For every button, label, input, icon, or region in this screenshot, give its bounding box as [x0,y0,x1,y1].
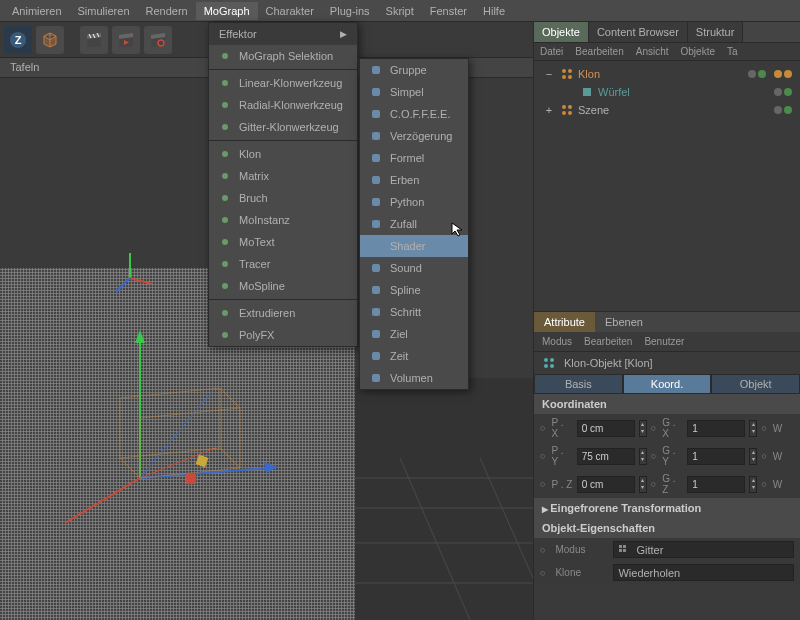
clapper-play-icon[interactable] [112,26,140,54]
submenu-item-simpel[interactable]: Simpel [360,81,468,103]
spinner[interactable]: ▴▾ [639,476,647,493]
menu-item-mospline[interactable]: MoSpline [209,275,357,297]
menu-item-mograph-selektion[interactable]: MoGraph Selektion [209,45,357,67]
submenu-item-formel[interactable]: Formel [360,147,468,169]
subtab-objekt[interactable]: Objekt [711,374,800,394]
svg-point-37 [222,124,228,130]
svg-point-40 [222,195,228,201]
menubar-item-hilfe[interactable]: Hilfe [475,2,513,20]
svg-rect-76 [623,545,626,548]
svg-rect-52 [372,176,380,184]
spinner[interactable]: ▴▾ [639,420,647,437]
submenu-item-gruppe[interactable]: Gruppe [360,59,468,81]
menu-item-extrudieren[interactable]: Extrudieren [209,302,357,324]
effector-icon [368,128,384,144]
svg-point-34 [222,53,228,59]
menubar-item-simulieren[interactable]: Simulieren [70,2,138,20]
submenu-item-spline[interactable]: Spline [360,279,468,301]
p-x-input[interactable] [577,420,635,437]
object-icon [560,103,574,117]
g-x-label: G . X [662,417,683,439]
toolbar-ansicht[interactable]: Ansicht [636,46,669,57]
spinner[interactable]: ▴▾ [749,420,757,437]
submenu-item-python[interactable]: Python [360,191,468,213]
attr-toolbar-modus[interactable]: Modus [542,336,572,347]
svg-rect-54 [372,220,380,228]
clapper-icon[interactable] [80,26,108,54]
spinner[interactable]: ▴▾ [639,448,647,465]
panel-tab-content-browser[interactable]: Content Browser [589,22,688,42]
submenu-item-zufall[interactable]: Zufall [360,213,468,235]
g-z-input[interactable] [687,476,745,493]
toolbar-datei[interactable]: Datei [540,46,563,57]
menu-item-matrix[interactable]: Matrix [209,165,357,187]
menu-item-klon[interactable]: Klon [209,143,357,165]
submenu-item-sound[interactable]: Sound [360,257,468,279]
menubar-item-rendern[interactable]: Rendern [138,2,196,20]
menu-item-radial-klonwerkzeug[interactable]: Radial-Klonwerkzeug [209,94,357,116]
tree-row-würfel[interactable]: Würfel [538,83,796,101]
attr-tab-attribute[interactable]: Attribute [534,312,595,332]
menubar-item-fenster[interactable]: Fenster [422,2,475,20]
spinner[interactable]: ▴▾ [749,448,757,465]
g-y-input[interactable] [687,448,745,465]
clapper-gear-icon[interactable] [144,26,172,54]
menubar-item-plug-ins[interactable]: Plug-ins [322,2,378,20]
svg-text:Z: Z [15,34,22,46]
g-x-input[interactable] [687,420,745,437]
svg-rect-48 [372,88,380,96]
menu-item-tracer[interactable]: Tracer [209,253,357,275]
g-z-label: G . Z [662,473,683,495]
menu-item-moinstanz[interactable]: MoInstanz [209,209,357,231]
submenu-item-erben[interactable]: Erben [360,169,468,191]
g-y-label: G . Y [662,445,683,467]
submenu-item-volumen[interactable]: Volumen [360,367,468,389]
expand-icon[interactable]: − [542,67,556,81]
object-tree[interactable]: −KlonWürfel+Szene [534,61,800,311]
menu-item-gitter-klonwerkzeug[interactable]: Gitter-Klonwerkzeug [209,116,357,138]
p-y-label: P . Y [551,445,572,467]
effektor-header[interactable]: Effektor ▶ [209,23,357,45]
menu-item-bruch[interactable]: Bruch [209,187,357,209]
toolbar-bearbeiten[interactable]: Bearbeiten [575,46,623,57]
cube-icon[interactable] [36,26,64,54]
modus-select[interactable]: Gitter [613,541,794,558]
p-y-input[interactable] [577,448,635,465]
submenu-item-ziel[interactable]: Ziel [360,323,468,345]
subtab-koord[interactable]: Koord. [623,374,712,394]
frozen-transform-header[interactable]: Eingefrorene Transformation [534,498,800,518]
klone-select[interactable]: Wiederholen [613,564,794,581]
toolbar-objekte[interactable]: Objekte [681,46,715,57]
menu-item-linear-klonwerkzeug[interactable]: Linear-Klonwerkzeug [209,72,357,94]
attr-tab-ebenen[interactable]: Ebenen [595,312,653,332]
expand-icon[interactable] [562,85,576,99]
menubar-item-animieren[interactable]: Animieren [4,2,70,20]
attr-toolbar-bearbeiten[interactable]: Bearbeiten [584,336,632,347]
submenu-item-shader[interactable]: Shader [360,235,468,257]
menubar-item-mograph[interactable]: MoGraph [196,2,258,20]
submenu-item-verzögerung[interactable]: Verzögerung [360,125,468,147]
toolbar-ta[interactable]: Ta [727,46,738,57]
svg-rect-53 [372,198,380,206]
tree-row-szene[interactable]: +Szene [538,101,796,119]
submenu-item-schritt[interactable]: Schritt [360,301,468,323]
menu-icon [217,278,233,294]
attr-toolbar-benutzer[interactable]: Benutzer [644,336,684,347]
submenu-item-zeit[interactable]: Zeit [360,345,468,367]
submenu-arrow-icon: ▶ [340,29,347,39]
menu-item-motext[interactable]: MoText [209,231,357,253]
p-z-input[interactable] [577,476,635,493]
panel-tab-struktur[interactable]: Struktur [688,22,744,42]
menubar-item-skript[interactable]: Skript [378,2,422,20]
tree-row-klon[interactable]: −Klon [538,65,796,83]
spinner[interactable]: ▴▾ [749,476,757,493]
menu-item-polyfx[interactable]: PolyFX [209,324,357,346]
submenu-item-coffee[interactable]: C.O.F.F.E.E. [360,103,468,125]
z-logo-icon[interactable]: Z [4,26,32,54]
expand-icon[interactable]: + [542,103,556,117]
menu-icon [217,190,233,206]
svg-rect-75 [619,545,622,548]
panel-tab-objekte[interactable]: Objekte [534,22,589,42]
subtab-basis[interactable]: Basis [534,374,623,394]
menubar-item-charakter[interactable]: Charakter [258,2,322,20]
